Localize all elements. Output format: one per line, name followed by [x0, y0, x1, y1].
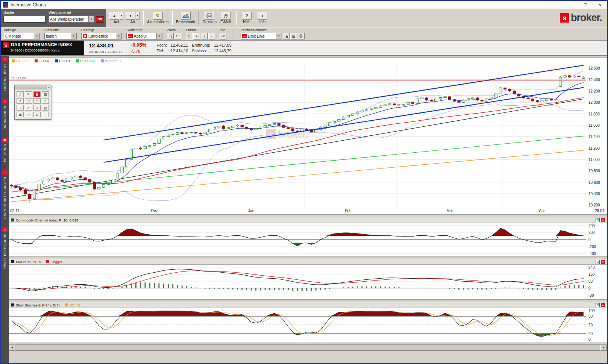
info-button[interactable]: i Info — [255, 12, 270, 24]
chart-columns-button[interactable] — [283, 33, 290, 39]
palette-tool[interactable]: ≈ — [33, 105, 41, 111]
ab-button[interactable]: ▼▼ Ab — [124, 12, 141, 24]
auf-button[interactable]: ▲▼ Auf — [108, 12, 124, 24]
palette-tool[interactable]: T — [17, 105, 24, 111]
stochastic-plot[interactable] — [9, 308, 586, 342]
cci-plot[interactable] — [9, 223, 586, 256]
legend-item-gd200[interactable]: GD 200 — [12, 59, 29, 63]
benchmark-button[interactable]: Benchmark — [175, 12, 196, 24]
info-off-button[interactable]: off — [220, 33, 226, 39]
horizontal-scrollbar[interactable]: ◄ ► — [9, 344, 607, 351]
legend-item-egd200[interactable]: EGD 200 — [76, 59, 95, 63]
sidebar-item-patterns[interactable]: ▦ PATTERNS — [1, 138, 9, 162]
macd-panel: MACD 12, 26, 9 Trigger ⊞ × 240160800-80 — [9, 259, 607, 300]
anzeige-select[interactable]: 6 Monate▼ — [4, 33, 40, 39]
palette-tool[interactable]: ✎ — [25, 91, 32, 97]
sbroker-wordmark: broker. — [571, 12, 602, 24]
cci-settings-icon[interactable]: ⊞ — [596, 218, 600, 222]
app-icon — [3, 2, 8, 8]
palette-tool[interactable]: □ — [25, 98, 32, 104]
axis-tick-label: 200 — [588, 231, 595, 235]
tief-value: 12.414,10 — [171, 49, 188, 53]
palette-tool[interactable]: ▥ — [42, 105, 49, 111]
cci-close-button[interactable]: × — [601, 218, 605, 222]
left-sidebar: ≡ LISTEN / DEPOT ≈ INDIKATOREN ▦ PATTERN… — [1, 56, 9, 363]
cursor-vline-button[interactable]: | — [201, 33, 208, 39]
search-input[interactable] — [3, 16, 45, 23]
refresh-button[interactable]: ↻ Aktualisieren — [146, 12, 170, 24]
palette-tool[interactable]: ⊕ — [33, 112, 41, 117]
palette-close-button[interactable]: × — [47, 86, 50, 89]
scroll-left-button[interactable]: ◄ — [9, 345, 15, 350]
gd3-swatch — [65, 303, 68, 306]
stochastic-settings-icon[interactable]: ⊞ — [596, 303, 600, 307]
cursor-pointer-button[interactable]: ↖ — [186, 33, 193, 39]
ok-button[interactable]: OK — [96, 16, 104, 23]
legend-item-bbands[interactable]: BBands 20 — [101, 59, 122, 63]
printer-icon — [205, 12, 214, 20]
charttyp-select[interactable]: Candlestick▼ — [81, 33, 122, 39]
palette-tool[interactable]: — — [42, 112, 49, 117]
palette-tool[interactable]: ◠ — [33, 98, 41, 104]
print-button[interactable]: Drucken — [202, 12, 218, 24]
eroeffnung-label: Eröffnung: — [192, 43, 210, 47]
scrollbar-thumb[interactable] — [16, 345, 600, 350]
legend-item-egd9[interactable]: EGD 9 — [55, 59, 70, 63]
email-button[interactable]: @ E-Mail — [218, 12, 233, 24]
sidebar-item-listen-depot[interactable]: ≡ LISTEN / DEPOT — [1, 57, 9, 91]
legend-item-gd50[interactable]: GD 50 — [35, 59, 49, 63]
close-button[interactable]: × — [594, 2, 605, 8]
grid-button[interactable]: ▦ — [290, 33, 297, 39]
info-group: Info off — [220, 28, 226, 39]
palette-tool[interactable]: ▨ — [42, 91, 49, 97]
help-button[interactable]: ? Hilfe — [239, 12, 255, 24]
instrument-id: 846900 / DE0008469008 / Xetra — [11, 49, 72, 52]
axis-tick-label: 12.200 — [588, 89, 600, 93]
separator — [143, 11, 144, 25]
zoom-icon[interactable] — [167, 33, 174, 39]
palette-tool[interactable]: ↗ — [17, 98, 24, 104]
limit-line-icon: — — [242, 34, 247, 38]
zeichenelemente-select[interactable]: — Limit Linie▼ — [241, 33, 282, 39]
sidebar-item-indikatoren[interactable]: ≈ INDIKATOREN — [1, 99, 9, 129]
main-chart-panel: GD 200 GD 50 EGD 9 EGD 200 — [9, 58, 607, 215]
minimize-button[interactable]: – — [566, 2, 576, 8]
cci-axis: 4002000-200-400 — [586, 223, 607, 256]
wertpapierart-label: Wertpapierart — [49, 11, 104, 15]
scroll-right-button[interactable]: ► — [600, 345, 607, 350]
instrument-name: DAX PERFORMANCE INDEX — [11, 42, 72, 47]
instrument-header: S DAX PERFORMANCE INDEX 846900 / DE00084… — [1, 41, 607, 56]
arrow-up-icon: ▲ — [109, 12, 119, 20]
drawing-tools-palette[interactable]: × ╱ ✎ ▮ ▨ ↗ □ ◠ ○ T ∠ — [14, 85, 51, 120]
maximize-button[interactable]: □ — [580, 2, 591, 8]
stochastic-header: Slow Stochastik K(14), D(3) GD (3) ⊞ × — [9, 302, 607, 308]
settings-s-button[interactable]: Ⓢ — [298, 33, 305, 39]
chevron-down-icon[interactable]: ▼ — [136, 12, 139, 20]
cursor-hline-button[interactable]: − — [208, 33, 215, 39]
palette-tool[interactable]: ○ — [42, 98, 49, 104]
axis-tick-label: 100 — [588, 308, 595, 312]
palette-tool[interactable]: ∠ — [25, 105, 32, 111]
cursor-cross-button[interactable]: + — [193, 33, 200, 39]
palette-titlebar[interactable]: × — [15, 85, 51, 89]
palette-tool[interactable]: ╱ — [17, 91, 24, 97]
at-sign-icon: @ — [221, 12, 230, 20]
macd-plot[interactable] — [9, 265, 586, 299]
wertpapierart-select[interactable]: Alle Wertpapierarten ▼ — [49, 16, 94, 23]
stochastic-close-button[interactable]: × — [601, 303, 605, 307]
main-chart-plot[interactable]: 12.377,00 — [9, 64, 586, 208]
chevron-down-icon[interactable]: ▼ — [120, 12, 123, 20]
frequenz-select[interactable]: täglich▼ — [44, 33, 77, 39]
macd-settings-icon[interactable]: ⊞ — [596, 260, 600, 264]
macd-header: MACD 12, 26, 9 Trigger ⊞ × — [9, 259, 607, 265]
sidebar-item-chart-einstellungen[interactable]: + CHART EINSTELLUNGEN — [1, 170, 9, 219]
zoom-1-1-button[interactable]: 1:1 — [174, 33, 181, 39]
sidebar-item-erweiterte-suche[interactable]: ⊙ ERWEITERTE SUCHE — [1, 227, 9, 270]
skalierung-select[interactable]: abs Absolut▼ — [126, 33, 162, 39]
palette-tool[interactable]: ▮ — [33, 91, 41, 97]
axis-tick-label: 11.800 — [588, 112, 600, 116]
axis-tick-label: 0 — [588, 337, 591, 341]
palette-tool[interactable]: ▦ — [17, 112, 24, 117]
palette-tool[interactable]: ◇ — [25, 112, 32, 117]
macd-close-button[interactable]: × — [601, 260, 605, 264]
